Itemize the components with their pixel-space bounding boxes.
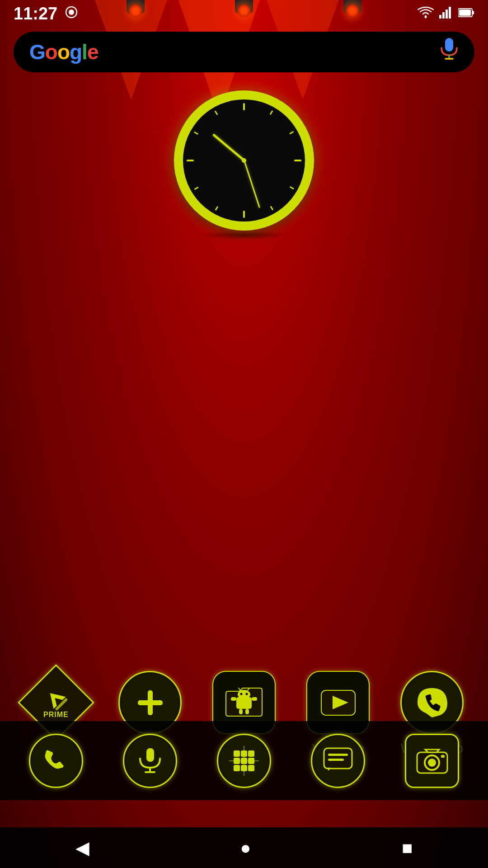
svg-rect-22 xyxy=(187,160,194,161)
dock-item-mic[interactable] xyxy=(109,734,191,788)
svg-rect-20 xyxy=(215,206,219,211)
status-bar: 11:27 xyxy=(0,0,488,27)
nav-back-button[interactable]: ◀ xyxy=(62,833,103,863)
nav-bar: ◀ ● ■ xyxy=(0,827,488,868)
svg-rect-17 xyxy=(290,186,294,190)
svg-rect-19 xyxy=(243,211,245,218)
svg-rect-43 xyxy=(234,750,240,757)
svg-rect-54 xyxy=(324,748,352,769)
svg-rect-56 xyxy=(328,759,344,761)
svg-rect-60 xyxy=(441,755,445,758)
svg-rect-55 xyxy=(328,754,348,756)
dock-item-phone[interactable] xyxy=(15,734,97,788)
svg-line-32 xyxy=(239,688,240,690)
dock-mic-icon xyxy=(123,734,177,788)
clock-widget[interactable] xyxy=(174,90,314,231)
svg-rect-34 xyxy=(239,709,243,714)
status-left: 11:27 xyxy=(14,4,79,24)
svg-rect-23 xyxy=(194,132,198,135)
google-letter-g: G xyxy=(29,40,45,64)
dock-drawer-icon xyxy=(217,734,271,788)
svg-rect-37 xyxy=(252,697,257,701)
svg-rect-27 xyxy=(138,700,163,705)
google-letter-o1: o xyxy=(45,40,57,64)
google-letter-g2: g xyxy=(70,40,82,64)
svg-rect-9 xyxy=(472,11,474,14)
svg-rect-8 xyxy=(459,9,471,16)
microphone-search-icon[interactable] xyxy=(440,38,459,66)
svg-rect-21 xyxy=(194,187,199,190)
dock-camera-icon xyxy=(405,734,459,788)
svg-rect-6 xyxy=(449,7,451,19)
svg-rect-45 xyxy=(248,750,254,757)
svg-rect-13 xyxy=(243,103,245,110)
nav-home-button[interactable]: ● xyxy=(226,833,264,863)
svg-rect-24 xyxy=(215,111,218,115)
bottom-dock xyxy=(0,721,488,800)
nav-recents-button[interactable]: ■ xyxy=(388,833,426,863)
dock-item-messages[interactable] xyxy=(297,734,379,788)
google-letter-e: e xyxy=(87,40,99,64)
svg-point-2 xyxy=(425,15,427,18)
svg-point-30 xyxy=(240,693,243,695)
svg-rect-18 xyxy=(270,206,274,210)
app-dock-area: PRIME Nova Plus xyxy=(0,671,488,800)
clock-face xyxy=(183,99,305,222)
svg-rect-3 xyxy=(439,15,441,19)
signal-icon xyxy=(439,6,453,22)
svg-point-31 xyxy=(246,693,248,695)
svg-rect-10 xyxy=(445,38,453,52)
svg-point-1 xyxy=(69,9,74,15)
svg-point-29 xyxy=(238,690,250,699)
svg-rect-49 xyxy=(234,765,240,771)
svg-rect-14 xyxy=(270,110,273,115)
search-bar[interactable]: G o o g l e xyxy=(14,32,474,72)
svg-rect-36 xyxy=(231,697,236,701)
svg-rect-16 xyxy=(294,160,301,161)
clock-outer-ring xyxy=(174,90,314,231)
svg-rect-51 xyxy=(248,765,254,771)
svg-rect-40 xyxy=(146,748,154,762)
clock-shadow xyxy=(199,231,289,240)
dock-phone-icon xyxy=(29,734,83,788)
google-logo: G o o g l e xyxy=(29,40,98,64)
google-letter-o2: o xyxy=(57,40,70,64)
dock-item-drawer[interactable] xyxy=(203,734,285,788)
dock-item-camera[interactable] xyxy=(391,734,473,788)
google-letter-l: l xyxy=(82,40,87,64)
clock-center-dot xyxy=(242,158,246,163)
notification-icon xyxy=(64,5,79,23)
dock-messages-icon xyxy=(311,734,365,788)
wifi-icon xyxy=(418,6,434,22)
svg-rect-4 xyxy=(442,12,445,19)
svg-rect-35 xyxy=(245,709,249,714)
svg-rect-25 xyxy=(55,698,68,711)
status-time: 11:27 xyxy=(14,4,57,24)
svg-point-59 xyxy=(428,759,436,767)
nova-inner: PRIME xyxy=(43,686,69,719)
battery-icon xyxy=(458,7,474,21)
svg-rect-15 xyxy=(289,131,294,135)
svg-rect-5 xyxy=(446,9,448,19)
status-right xyxy=(418,6,474,22)
